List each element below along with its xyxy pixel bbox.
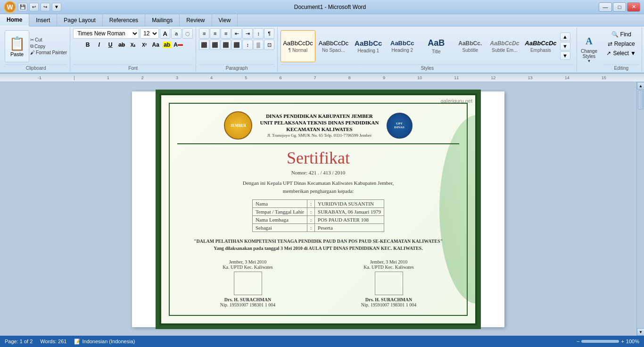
scroll-thumb[interactable] xyxy=(638,91,644,109)
align-left-button[interactable]: ⬛ xyxy=(199,40,209,50)
clipboard-content: 📋 Paste ✂ Cut ⧉ Copy 🖌 Format Painter xyxy=(5,28,67,64)
style-subtle-em[interactable]: AaBbCcDc Subtle Em... xyxy=(487,30,521,62)
style-subtle-em-label: Subtle Em... xyxy=(492,48,517,53)
subscript-button[interactable]: X₂ xyxy=(128,40,138,50)
cert-header: JEMBER DINAS PENDIDIKAN KABUPATEN JEMBER… xyxy=(177,111,459,140)
tab-insert[interactable]: Insert xyxy=(29,14,57,26)
style-heading2[interactable]: AaBbCc Heading 2 xyxy=(386,30,419,62)
find-button[interactable]: 🔍 Find xyxy=(609,30,634,39)
scroll-track xyxy=(637,90,644,328)
page: galeriguru.net JEMBER DINAS PENDIDIKAN K… xyxy=(132,91,504,327)
para-row2: ⬛ ⬛ ⬛ ⬛ ↕ ▒ ⊡ xyxy=(199,40,274,50)
justify-button[interactable]: ⬛ xyxy=(231,40,242,50)
zoom-in-icon[interactable]: + xyxy=(621,339,624,344)
numbering-button[interactable]: ≡ xyxy=(210,28,220,39)
style-normal[interactable]: AaBbCcDc ¶ Normal xyxy=(281,30,315,62)
copy-button[interactable]: ⧉ Copy xyxy=(30,43,67,49)
tab-view[interactable]: View xyxy=(212,14,238,26)
font-color-button[interactable]: A xyxy=(173,40,183,50)
font-grow-button[interactable]: A xyxy=(160,28,170,39)
sig-left-box xyxy=(234,272,262,295)
select-button[interactable]: ↗ Select ▼ xyxy=(603,49,639,58)
font-name-select[interactable]: Times New Roman xyxy=(73,28,139,39)
sig-left-title: Ka. UPTD Kec. Kaliwates xyxy=(220,264,276,270)
italic-button[interactable]: I xyxy=(94,40,104,50)
paste-label: Paste xyxy=(10,51,24,57)
change-case-button[interactable]: Aa xyxy=(150,40,161,50)
field-label-ttl: Tempat / Tanggal Lahir xyxy=(252,208,307,216)
cut-button[interactable]: ✂ Cut xyxy=(30,37,67,42)
office-button[interactable]: W xyxy=(4,1,16,13)
cert-logo-right: UPTDINAS xyxy=(387,113,413,139)
superscript-button[interactable]: X² xyxy=(139,40,149,50)
minimize-button[interactable]: — xyxy=(599,2,612,12)
bullets-button[interactable]: ≡ xyxy=(199,28,209,39)
font-shrink-button[interactable]: a xyxy=(171,28,182,39)
scroll-down-button[interactable]: ▼ xyxy=(637,328,644,336)
font-row2: B I U ab X₂ X² Aa ab A xyxy=(83,40,183,50)
zoom-out-icon[interactable]: − xyxy=(577,339,579,344)
qat-dropdown[interactable]: ▼ xyxy=(52,3,61,11)
style-no-space[interactable]: AaBbCcDc No Spaci... xyxy=(316,30,351,62)
institution2: UNIT PELAKSANA TEKNIS DINAS PENDIDIKAN xyxy=(260,119,379,126)
qat-undo[interactable]: ↩ xyxy=(29,3,39,11)
line-spacing-button[interactable]: ↕ xyxy=(242,40,253,50)
tab-references[interactable]: References xyxy=(103,14,145,26)
strikethrough-button[interactable]: ab xyxy=(116,40,127,50)
style-emphasis-preview: AaBbCcDc xyxy=(525,40,556,47)
zoom-slider[interactable] xyxy=(581,340,619,343)
paragraph-group: ≡ ≡ ≡ ⇤ ⇥ ↕ ¶ ⬛ ⬛ ⬛ ⬛ ↕ ▒ ⊡ Pa xyxy=(196,27,278,72)
style-heading1-preview: AaBbCc xyxy=(355,39,382,47)
style-emphasis[interactable]: AaBbCcDc Emphasis xyxy=(522,30,559,62)
style-heading2-preview: AaBbCc xyxy=(390,40,414,47)
styles-scroll-up[interactable]: ▲ xyxy=(560,33,570,41)
qat-redo[interactable]: ↪ xyxy=(41,3,50,11)
field-colon-sebagai: : xyxy=(307,224,314,232)
document-area[interactable]: galeriguru.net JEMBER DINAS PENDIDIKAN K… xyxy=(0,82,636,336)
tab-review[interactable]: Review xyxy=(180,14,212,26)
font-size-select[interactable]: 12 xyxy=(140,28,159,39)
sort-button[interactable]: ↕ xyxy=(253,28,264,39)
bold-button[interactable]: B xyxy=(83,40,93,50)
maximize-button[interactable]: □ xyxy=(613,2,626,12)
vertical-scrollbar[interactable]: ▲ ▼ xyxy=(636,82,644,336)
style-title[interactable]: AaB Title xyxy=(420,30,453,62)
tab-home[interactable]: Home xyxy=(0,14,29,26)
ruler: -1|123456789101112131415 xyxy=(0,74,644,82)
styles-scroll-down[interactable]: ▼ xyxy=(560,42,570,50)
certificate-content: JEMBER DINAS PENDIDIKAN KABUPATEN JEMBER… xyxy=(169,103,468,316)
align-center-button[interactable]: ⬛ xyxy=(210,40,220,50)
tab-mailings[interactable]: Mailings xyxy=(145,14,180,26)
table-row: Tempat / Tanggal Lahir : SURABAYA, 06 Ja… xyxy=(252,208,384,216)
styles-more[interactable]: ▼ xyxy=(560,51,570,60)
change-styles-button[interactable]: A ChangeStyles ▼ xyxy=(577,27,601,72)
style-normal-preview: AaBbCcDc xyxy=(283,40,313,47)
close-button[interactable]: ✕ xyxy=(627,2,640,12)
increase-indent-button[interactable]: ⇥ xyxy=(242,28,253,39)
cert-body-line1: Dengan ini Kepala UPT Dinas Kecamatan Ka… xyxy=(243,180,394,186)
field-colon-ttl: : xyxy=(307,208,314,216)
paste-button[interactable]: 📋 Paste xyxy=(5,30,29,62)
sig-left-place: Jember, 3 Mei 2010 xyxy=(220,259,276,264)
style-subtitle[interactable]: AaBbCc. Subtitle xyxy=(454,30,487,62)
replace-button[interactable]: ⇄ Replace xyxy=(605,40,638,48)
underline-button[interactable]: U xyxy=(105,40,116,50)
clear-format-button[interactable]: ◌ xyxy=(182,28,193,39)
borders-button[interactable]: ⊡ xyxy=(264,40,274,50)
shading-button[interactable]: ▒ xyxy=(253,40,264,50)
format-painter-icon: 🖌 xyxy=(30,50,35,55)
styles-group: AaBbCcDc ¶ Normal AaBbCcDc No Spaci... A… xyxy=(278,27,577,72)
sig-right-name: Drs. H. SURACHMAN xyxy=(361,297,417,302)
show-marks-button[interactable]: ¶ xyxy=(264,28,274,39)
decrease-indent-button[interactable]: ⇤ xyxy=(231,28,242,39)
align-right-button[interactable]: ⬛ xyxy=(221,40,231,50)
style-subtle-em-preview: AaBbCcDc xyxy=(490,40,519,47)
multilevel-button[interactable]: ≡ xyxy=(221,28,231,39)
scroll-up-button[interactable]: ▲ xyxy=(637,82,644,90)
table-row: Nama Lembaga : POS PAUD ASTER 108 xyxy=(252,216,384,224)
qat-save[interactable]: 💾 xyxy=(18,3,27,11)
style-heading1[interactable]: AaBbCc Heading 1 xyxy=(352,30,385,62)
tab-page-layout[interactable]: Page Layout xyxy=(57,14,102,26)
format-painter-button[interactable]: 🖌 Format Painter xyxy=(30,50,67,55)
highlight-button[interactable]: ab xyxy=(162,40,172,50)
